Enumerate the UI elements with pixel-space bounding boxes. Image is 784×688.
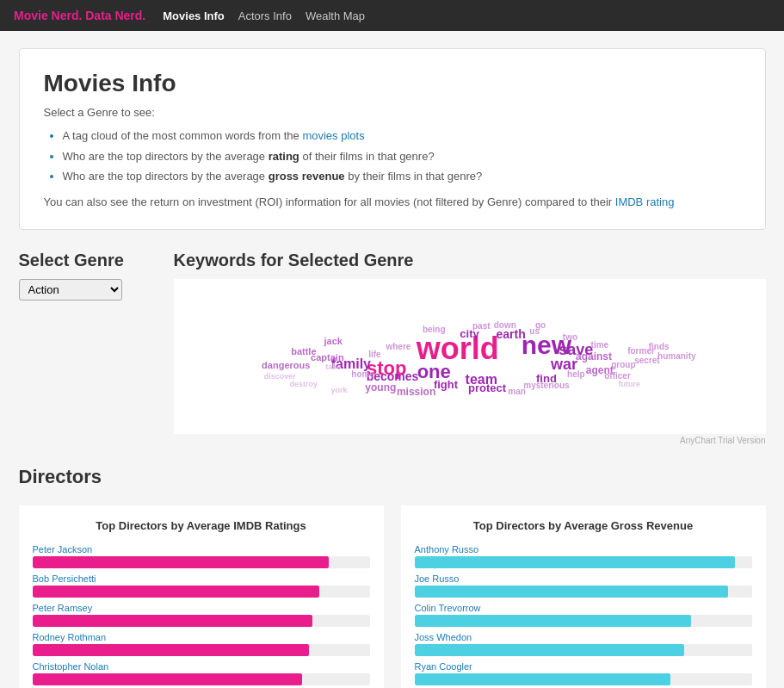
word-cloud-word: york <box>331 387 348 394</box>
word-cloud-word: two <box>563 333 577 342</box>
bar-track <box>33 615 370 627</box>
word-cloud-word: world <box>417 333 499 364</box>
word-cloud-word: life <box>368 350 380 359</box>
bar-label: Bob Persichetti <box>33 573 370 584</box>
bar-track <box>415 556 752 568</box>
bar-label: Colin Trevorrow <box>415 603 752 613</box>
bar-fill <box>33 615 312 627</box>
word-cloud-word: battle <box>291 347 316 356</box>
bullet-1: A tag cloud of the most common words fro… <box>63 127 741 145</box>
word-cloud-word: secret <box>634 356 659 365</box>
navbar: Movie Nerd. Data Nerd. Movies Info Actor… <box>0 0 784 31</box>
word-cloud-word: young <box>365 382 396 393</box>
nav-movies-info[interactable]: Movies Info <box>163 9 225 22</box>
word-cloud-word: help <box>567 370 585 379</box>
word-cloud-word: destroy <box>290 380 318 387</box>
bar-fill <box>415 615 691 627</box>
word-cloud-word: dangerous <box>262 361 310 370</box>
movies-plots-link[interactable]: movies plots <box>302 129 364 142</box>
bar-fill <box>415 644 685 656</box>
table-row: Bob Persichetti <box>33 573 370 598</box>
bar-fill <box>33 586 319 598</box>
table-row: Rodney Rothman <box>33 632 370 656</box>
bar-fill <box>415 556 735 568</box>
directors-title: Directors <box>19 466 766 488</box>
word-cloud-word: down <box>494 321 516 330</box>
bar-label: Christopher Nolan <box>33 661 370 672</box>
table-row: Ryan Coogler <box>415 661 752 685</box>
bullet-3: Who are the top directors by the average… <box>63 168 741 185</box>
bar-track <box>33 673 370 685</box>
intro-footer: You can also see the return on investmen… <box>44 195 741 208</box>
word-cloud-word: past <box>472 322 491 331</box>
left-bars: Peter Jackson Bob Persichetti Peter Rams… <box>33 544 370 689</box>
table-row: Joe Russo <box>415 573 752 598</box>
intro-subtitle: Select a Genre to see: <box>44 106 741 119</box>
word-cloud: worldnewstoponesavewarteamfamilybecomesf… <box>174 279 766 434</box>
table-row: Peter Jackson <box>33 544 370 568</box>
bar-track <box>33 556 370 568</box>
word-cloud-word: mission <box>397 387 435 397</box>
genre-section: Select Genre Action Comedy Drama Horror … <box>19 251 766 445</box>
imdb-link[interactable]: IMDB rating <box>615 195 675 208</box>
bar-track <box>415 673 752 685</box>
bar-fill <box>415 586 729 598</box>
bullet-2: Who are the top directors by the average… <box>63 148 741 165</box>
word-cloud-word: man <box>508 387 526 396</box>
word-cloud-word: where <box>386 343 411 351</box>
left-chart-title: Top Directors by Average IMDB Ratings <box>33 519 370 532</box>
bar-label: Peter Ramsey <box>33 603 370 613</box>
bar-track <box>33 644 370 656</box>
genre-title: Select Genre <box>19 251 139 270</box>
bar-label: Rodney Rothman <box>33 632 370 642</box>
table-row: Christopher Nolan <box>33 661 370 685</box>
directors-charts: Top Directors by Average IMDB Ratings Pe… <box>19 505 766 689</box>
right-bars: Anthony Russo Joe Russo Colin Trevorrow … <box>415 544 752 689</box>
word-cloud-word: earth <box>497 328 526 340</box>
nav-links: Movies Info Actors Info Wealth Map <box>163 9 365 22</box>
word-cloud-word: humanity <box>657 352 695 361</box>
bar-track <box>415 644 752 656</box>
nav-wealth-map[interactable]: Wealth Map <box>306 9 365 22</box>
nav-actors-info[interactable]: Actors Info <box>238 9 292 22</box>
word-cloud-word: future <box>619 380 641 387</box>
table-row: Colin Trevorrow <box>415 603 752 627</box>
table-row: Peter Ramsey <box>33 603 370 627</box>
word-cloud-word: finds <box>649 343 670 351</box>
page-content: Movies Info Select a Genre to see: A tag… <box>5 31 780 688</box>
word-cloud-word: us <box>529 327 540 336</box>
word-cloud-word: fight <box>434 378 458 389</box>
table-row: Anthony Russo <box>415 544 752 568</box>
genre-dropdown[interactable]: Action Comedy Drama Horror Sci-Fi Romanc… <box>19 279 122 301</box>
keyword-title: Keywords for Selected Genre <box>174 251 766 270</box>
word-cloud-word: against <box>576 351 612 362</box>
bar-label: Joss Whedon <box>415 632 752 642</box>
intro-card: Movies Info Select a Genre to see: A tag… <box>19 48 766 230</box>
word-cloud-word: being <box>423 325 446 334</box>
page-title: Movies Info <box>44 70 741 97</box>
genre-select-block: Select Genre Action Comedy Drama Horror … <box>19 251 139 301</box>
bar-label: Anthony Russo <box>415 544 752 555</box>
word-cloud-word: take <box>325 363 341 371</box>
bar-label: Joe Russo <box>415 573 752 584</box>
bar-label: Peter Jackson <box>33 544 370 555</box>
bar-track <box>415 586 752 598</box>
word-cloud-word: mysterious <box>523 381 569 390</box>
word-cloud-word: protect <box>468 381 506 393</box>
word-cloud-word: group <box>611 361 635 369</box>
bar-track <box>415 615 752 627</box>
right-chart: Top Directors by Average Gross Revenue A… <box>401 505 766 689</box>
bar-fill <box>33 556 330 568</box>
intro-bullets: A tag cloud of the most common words fro… <box>63 127 741 185</box>
table-row: Joss Whedon <box>415 632 752 656</box>
word-cloud-word: time <box>591 341 609 350</box>
word-cloud-word: jack <box>324 336 343 345</box>
brand: Movie Nerd. Data Nerd. <box>14 9 145 22</box>
directors-section: Directors Top Directors by Average IMDB … <box>19 466 766 689</box>
bar-fill <box>415 673 671 685</box>
anychart-label: AnyChart Trial Version <box>174 436 766 445</box>
word-cloud-word: home <box>351 370 374 379</box>
word-cloud-block: Keywords for Selected Genre worldnewstop… <box>174 251 766 445</box>
bar-track <box>33 586 370 598</box>
bar-fill <box>33 673 303 685</box>
